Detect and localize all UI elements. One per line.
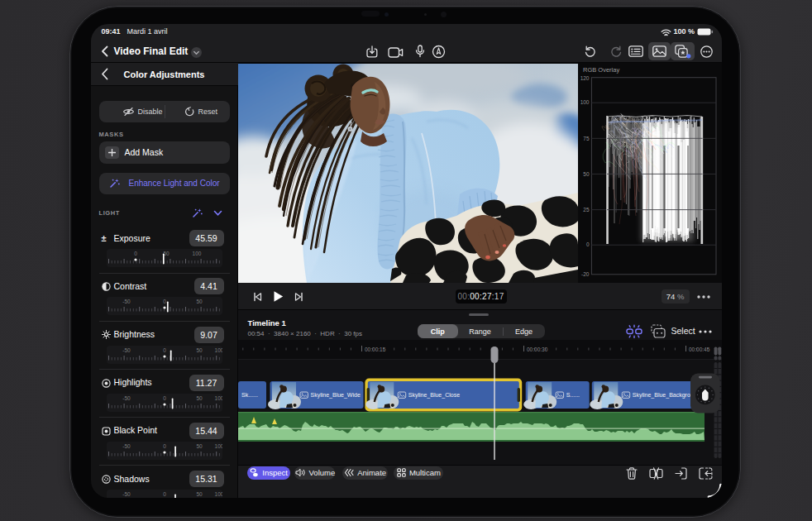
svg-text:RGB Overlay: RGB Overlay bbox=[583, 66, 619, 74]
svg-text:Sk......: Sk...... bbox=[241, 392, 258, 398]
svg-text:100: 100 bbox=[580, 99, 589, 105]
svg-text:100: 100 bbox=[192, 251, 201, 256]
svg-text:25: 25 bbox=[583, 206, 590, 212]
svg-text:-50: -50 bbox=[122, 395, 131, 401]
svg-text:-20: -20 bbox=[581, 271, 590, 277]
svg-text:-50: -50 bbox=[122, 491, 131, 497]
svg-text:Skyline_Blue_Close: Skyline_Blue_Close bbox=[408, 392, 459, 399]
svg-text:75: 75 bbox=[583, 135, 590, 141]
svg-text:120: 120 bbox=[580, 75, 589, 81]
svg-text:100: 100 bbox=[214, 395, 222, 401]
svg-text:50: 50 bbox=[196, 395, 203, 401]
svg-text:100: 100 bbox=[214, 443, 222, 449]
svg-text:0: 0 bbox=[134, 251, 137, 256]
svg-text:Skyline_Blue_Backgroun: Skyline_Blue_Backgroun bbox=[632, 392, 696, 399]
svg-text:50: 50 bbox=[583, 170, 590, 176]
svg-text:0: 0 bbox=[163, 347, 166, 353]
svg-text:100: 100 bbox=[214, 347, 222, 353]
svg-text:Skyline_Blue_Wide: Skyline_Blue_Wide bbox=[310, 392, 360, 399]
svg-text:0: 0 bbox=[163, 299, 166, 304]
svg-text:00:00:30: 00:00:30 bbox=[527, 346, 548, 351]
svg-text:-50: -50 bbox=[122, 443, 131, 449]
svg-text:100: 100 bbox=[214, 491, 222, 497]
svg-text:50: 50 bbox=[196, 347, 203, 353]
svg-text:-50: -50 bbox=[122, 299, 131, 304]
svg-text:0: 0 bbox=[163, 491, 166, 497]
svg-text:S......: S...... bbox=[566, 392, 579, 398]
svg-text:0: 0 bbox=[163, 395, 166, 401]
svg-text:0: 0 bbox=[585, 241, 589, 247]
svg-text:50: 50 bbox=[196, 443, 203, 449]
svg-text:0: 0 bbox=[163, 443, 166, 449]
svg-text:00:00:45: 00:00:45 bbox=[689, 346, 710, 351]
svg-text:-50: -50 bbox=[122, 347, 131, 353]
svg-text:50: 50 bbox=[196, 491, 203, 497]
svg-text:00:00:15: 00:00:15 bbox=[365, 346, 386, 351]
svg-text:50: 50 bbox=[196, 299, 203, 304]
